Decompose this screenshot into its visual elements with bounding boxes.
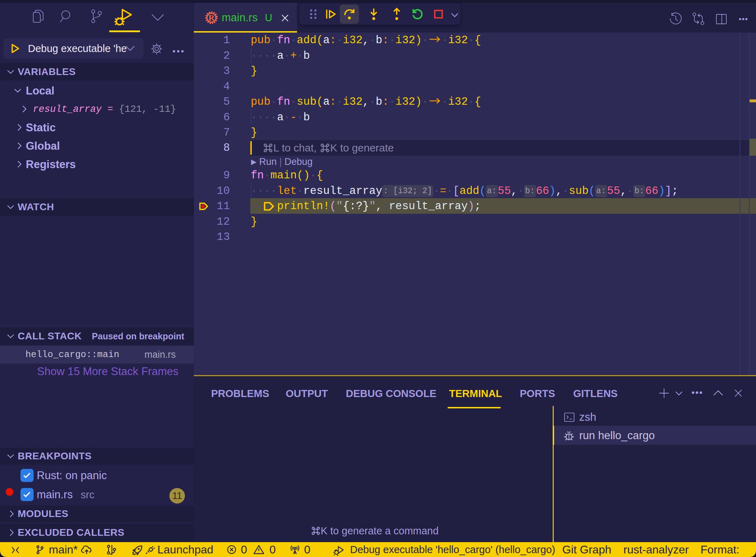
svg-text:R: R xyxy=(208,13,215,22)
